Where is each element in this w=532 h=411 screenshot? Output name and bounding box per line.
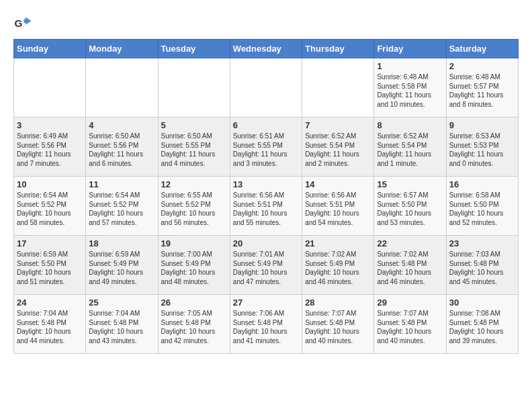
weekday-header-wednesday: Wednesday [230,40,302,58]
day-info: Sunrise: 6:59 AM Sunset: 5:50 PM Dayligh… [17,250,83,286]
calendar-cell: 18Sunrise: 6:59 AM Sunset: 5:49 PM Dayli… [86,236,158,295]
day-number: 15 [377,179,443,189]
day-number: 13 [233,179,299,189]
header: G [13,13,519,32]
day-number: 6 [233,120,299,130]
calendar-cell: 10Sunrise: 6:54 AM Sunset: 5:52 PM Dayli… [14,177,86,236]
week-row-2: 3Sunrise: 6:49 AM Sunset: 5:56 PM Daylig… [14,118,519,177]
day-number: 8 [377,120,443,130]
calendar-cell: 1Sunrise: 6:48 AM Sunset: 5:58 PM Daylig… [374,58,446,118]
weekday-header-tuesday: Tuesday [158,40,230,58]
day-info: Sunrise: 7:06 AM Sunset: 5:48 PM Dayligh… [233,309,299,345]
svg-text:G: G [14,17,22,29]
day-info: Sunrise: 7:02 AM Sunset: 5:49 PM Dayligh… [305,250,371,286]
calendar-cell: 26Sunrise: 7:05 AM Sunset: 5:48 PM Dayli… [158,295,230,354]
calendar-cell: 20Sunrise: 7:01 AM Sunset: 5:49 PM Dayli… [230,236,302,295]
day-number: 10 [17,179,83,189]
calendar-cell: 15Sunrise: 6:57 AM Sunset: 5:50 PM Dayli… [374,177,446,236]
day-info: Sunrise: 6:58 AM Sunset: 5:50 PM Dayligh… [449,191,515,227]
day-info: Sunrise: 7:01 AM Sunset: 5:49 PM Dayligh… [233,250,299,286]
calendar-cell [302,58,374,118]
day-number: 26 [161,298,227,308]
day-info: Sunrise: 6:48 AM Sunset: 5:57 PM Dayligh… [449,73,515,109]
day-info: Sunrise: 6:52 AM Sunset: 5:54 PM Dayligh… [377,132,443,168]
day-number: 30 [449,298,515,308]
day-number: 29 [377,298,443,308]
day-info: Sunrise: 7:07 AM Sunset: 5:48 PM Dayligh… [377,309,443,345]
day-info: Sunrise: 6:55 AM Sunset: 5:52 PM Dayligh… [161,191,227,227]
day-info: Sunrise: 7:05 AM Sunset: 5:48 PM Dayligh… [161,309,227,345]
calendar-cell: 29Sunrise: 7:07 AM Sunset: 5:48 PM Dayli… [374,295,446,354]
day-number: 20 [233,238,299,248]
day-number: 25 [89,298,154,308]
week-row-1: 1Sunrise: 6:48 AM Sunset: 5:58 PM Daylig… [14,58,519,118]
calendar-cell: 6Sunrise: 6:51 AM Sunset: 5:55 PM Daylig… [230,118,302,177]
calendar-cell: 25Sunrise: 7:04 AM Sunset: 5:48 PM Dayli… [86,295,158,354]
day-number: 1 [377,61,443,71]
day-number: 16 [449,179,515,189]
day-info: Sunrise: 7:00 AM Sunset: 5:49 PM Dayligh… [161,250,227,286]
day-number: 7 [305,120,371,130]
calendar-cell: 4Sunrise: 6:50 AM Sunset: 5:56 PM Daylig… [86,118,158,177]
calendar-cell: 23Sunrise: 7:03 AM Sunset: 5:48 PM Dayli… [446,236,518,295]
day-number: 28 [305,298,371,308]
calendar-cell: 27Sunrise: 7:06 AM Sunset: 5:48 PM Dayli… [230,295,302,354]
day-number: 17 [17,238,83,248]
logo-icon: G [13,13,32,32]
calendar-cell: 19Sunrise: 7:00 AM Sunset: 5:49 PM Dayli… [158,236,230,295]
day-number: 5 [161,120,227,130]
calendar-cell: 28Sunrise: 7:07 AM Sunset: 5:48 PM Dayli… [302,295,374,354]
calendar-cell: 12Sunrise: 6:55 AM Sunset: 5:52 PM Dayli… [158,177,230,236]
day-info: Sunrise: 6:50 AM Sunset: 5:56 PM Dayligh… [89,132,154,168]
day-number: 14 [305,179,371,189]
calendar-cell: 17Sunrise: 6:59 AM Sunset: 5:50 PM Dayli… [14,236,86,295]
day-info: Sunrise: 6:54 AM Sunset: 5:52 PM Dayligh… [89,191,154,227]
day-number: 21 [305,238,371,248]
day-info: Sunrise: 6:51 AM Sunset: 5:55 PM Dayligh… [233,132,299,168]
day-info: Sunrise: 6:49 AM Sunset: 5:56 PM Dayligh… [17,132,83,168]
day-info: Sunrise: 6:56 AM Sunset: 5:51 PM Dayligh… [305,191,371,227]
day-info: Sunrise: 6:50 AM Sunset: 5:55 PM Dayligh… [161,132,227,168]
weekday-header-row: SundayMondayTuesdayWednesdayThursdayFrid… [14,40,519,58]
svg-marker-2 [24,17,31,25]
day-number: 9 [449,120,515,130]
calendar-cell: 8Sunrise: 6:52 AM Sunset: 5:54 PM Daylig… [374,118,446,177]
weekday-header-sunday: Sunday [14,40,86,58]
day-info: Sunrise: 7:03 AM Sunset: 5:48 PM Dayligh… [449,250,515,286]
week-row-3: 10Sunrise: 6:54 AM Sunset: 5:52 PM Dayli… [14,177,519,236]
calendar-table: SundayMondayTuesdayWednesdayThursdayFrid… [13,39,519,354]
weekday-header-thursday: Thursday [302,40,374,58]
day-number: 27 [233,298,299,308]
weekday-header-saturday: Saturday [446,40,518,58]
logo: G [13,13,35,32]
day-info: Sunrise: 6:48 AM Sunset: 5:58 PM Dayligh… [377,73,443,109]
day-number: 18 [89,238,154,248]
day-number: 4 [89,120,154,130]
weekday-header-monday: Monday [86,40,158,58]
day-info: Sunrise: 6:56 AM Sunset: 5:51 PM Dayligh… [233,191,299,227]
calendar-cell: 13Sunrise: 6:56 AM Sunset: 5:51 PM Dayli… [230,177,302,236]
calendar-cell: 5Sunrise: 6:50 AM Sunset: 5:55 PM Daylig… [158,118,230,177]
day-info: Sunrise: 7:02 AM Sunset: 5:48 PM Dayligh… [377,250,443,286]
calendar-cell: 9Sunrise: 6:53 AM Sunset: 5:53 PM Daylig… [446,118,518,177]
day-info: Sunrise: 6:59 AM Sunset: 5:49 PM Dayligh… [89,250,154,286]
calendar-cell [230,58,302,118]
calendar-cell: 16Sunrise: 6:58 AM Sunset: 5:50 PM Dayli… [446,177,518,236]
day-number: 12 [161,179,227,189]
day-number: 2 [449,61,515,71]
day-info: Sunrise: 6:54 AM Sunset: 5:52 PM Dayligh… [17,191,83,227]
day-number: 23 [449,238,515,248]
day-number: 22 [377,238,443,248]
day-info: Sunrise: 7:07 AM Sunset: 5:48 PM Dayligh… [305,309,371,345]
calendar-cell: 30Sunrise: 7:08 AM Sunset: 5:48 PM Dayli… [446,295,518,354]
day-number: 19 [161,238,227,248]
day-number: 3 [17,120,83,130]
calendar-cell: 24Sunrise: 7:04 AM Sunset: 5:48 PM Dayli… [14,295,86,354]
calendar-cell [86,58,158,118]
calendar-cell: 22Sunrise: 7:02 AM Sunset: 5:48 PM Dayli… [374,236,446,295]
calendar-cell: 14Sunrise: 6:56 AM Sunset: 5:51 PM Dayli… [302,177,374,236]
calendar-cell [158,58,230,118]
calendar-cell [14,58,86,118]
day-info: Sunrise: 7:08 AM Sunset: 5:48 PM Dayligh… [449,309,515,345]
day-info: Sunrise: 6:52 AM Sunset: 5:54 PM Dayligh… [305,132,371,168]
